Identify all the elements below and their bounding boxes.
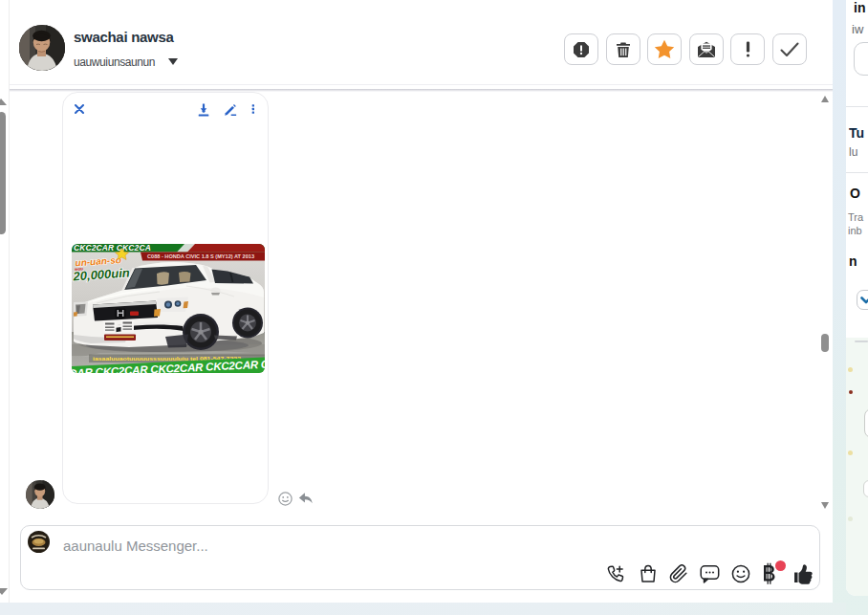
svg-text:C088 - HONDA CIVIC 1.8 S (MY12: C088 - HONDA CIVIC 1.8 S (MY12) AT 2013 bbox=[147, 253, 254, 259]
svg-text:CKC2CAR CKC2CA: CKC2CAR CKC2CA bbox=[74, 244, 151, 253]
